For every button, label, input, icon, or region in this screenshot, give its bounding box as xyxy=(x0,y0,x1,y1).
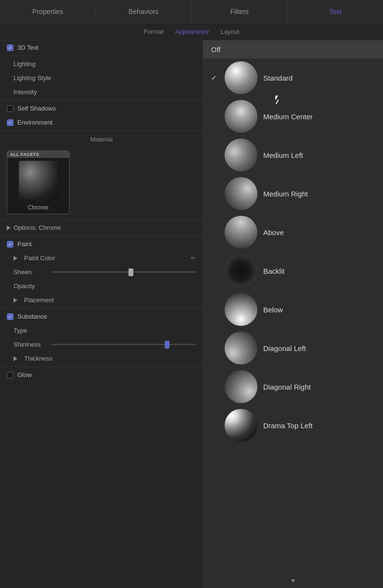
shininess-row: Shininess xyxy=(0,337,203,351)
sphere-medium-left xyxy=(225,139,257,171)
subtab-appearance[interactable]: Appearance xyxy=(175,28,209,35)
row-opacity: Opacity xyxy=(0,279,203,293)
sheen-row: Sheen xyxy=(0,265,203,279)
label-off: Off xyxy=(211,45,221,54)
sphere-above xyxy=(225,216,257,249)
label-paint-color: Paint Color xyxy=(24,254,55,262)
sphere-medium-center xyxy=(225,100,257,133)
dropdown-item-drama-top-left[interactable]: Drama Top Left xyxy=(203,406,383,445)
dropdown-item-standard[interactable]: ✓ Standard xyxy=(203,58,383,97)
dropdown-item-backlit[interactable]: Backlit xyxy=(203,252,383,290)
sphere-below xyxy=(225,293,257,326)
shininess-slider[interactable] xyxy=(51,344,196,345)
dropdown-item-medium-center[interactable]: Medium Center xyxy=(203,97,383,136)
label-type: Type xyxy=(14,327,196,334)
dropdown-item-diagonal-left[interactable]: Diagonal Left xyxy=(203,329,383,367)
checkbox-3dtext[interactable] xyxy=(7,44,14,51)
checkbox-environment[interactable] xyxy=(7,119,14,126)
sphere-diagonal-right xyxy=(225,370,257,403)
label-backlit: Backlit xyxy=(263,267,284,275)
label-lighting-style: Lighting Style xyxy=(14,74,196,82)
row-lighting-style: Lighting Style xyxy=(0,71,203,85)
expand-thickness-icon xyxy=(14,356,17,361)
checkbox-glow[interactable] xyxy=(7,372,14,378)
row-lighting: Lighting xyxy=(0,57,203,71)
row-type: Type xyxy=(0,323,203,337)
sub-tab-bar: Format Appearance Layout xyxy=(0,23,383,41)
material-thumbnail xyxy=(19,161,57,199)
checkbox-substance-row[interactable]: Substance xyxy=(0,309,203,323)
sphere-backlit xyxy=(225,254,257,287)
label-placement: Placement xyxy=(24,296,54,304)
checkbox-paint[interactable] xyxy=(7,241,14,248)
label-thickness: Thickness xyxy=(24,355,53,362)
dropdown-item-off[interactable]: Off xyxy=(203,41,383,58)
label-lighting: Lighting xyxy=(14,60,196,68)
label-glow: Glow xyxy=(17,371,32,378)
tab-filters[interactable]: Filters xyxy=(192,1,288,22)
checkbox-glow-row[interactable]: Glow xyxy=(0,368,203,382)
sheen-slider-thumb[interactable] xyxy=(128,268,133,276)
label-medium-center: Medium Center xyxy=(263,112,313,121)
dropdown-item-diagonal-right[interactable]: Diagonal Right xyxy=(203,367,383,406)
paint-color-row[interactable]: Paint Color ✏ xyxy=(0,251,203,265)
label-opacity: Opacity xyxy=(14,282,196,290)
dropdown-item-below[interactable]: Below xyxy=(203,290,383,329)
placement-row[interactable]: Placement xyxy=(0,293,203,307)
divider-3 xyxy=(0,130,203,131)
subtab-format[interactable]: Format xyxy=(143,28,163,35)
sheen-slider[interactable] xyxy=(51,271,196,273)
label-shininess: Shininess xyxy=(14,341,47,348)
label-medium-left: Medium Left xyxy=(263,151,303,159)
divider-4 xyxy=(0,219,203,220)
sphere-drama-top-left xyxy=(225,409,257,442)
tab-properties[interactable]: Properties xyxy=(0,1,96,22)
dropdown-item-medium-right[interactable]: Medium Right xyxy=(203,174,383,213)
material-box[interactable]: ALL FACETS Chrome xyxy=(7,151,70,214)
expand-paint-color-icon xyxy=(14,256,17,261)
label-substance: Substance xyxy=(17,313,47,320)
subtab-layout[interactable]: Layout xyxy=(221,28,240,35)
thickness-row[interactable]: Thickness xyxy=(0,351,203,365)
tab-text[interactable]: Text xyxy=(288,1,383,22)
checkbox-substance[interactable] xyxy=(7,313,14,320)
checkbox-self-shadows[interactable] xyxy=(7,105,14,112)
sphere-medium-right xyxy=(225,177,257,210)
expand-options-icon xyxy=(7,225,11,230)
label-diagonal-left: Diagonal Left xyxy=(263,344,306,352)
divider-7 xyxy=(0,366,203,367)
label-standard: Standard xyxy=(263,74,293,82)
expand-placement-icon xyxy=(14,298,17,303)
checkbox-3dtext-row[interactable]: 3D Text xyxy=(0,41,203,55)
checkbox-environment-row[interactable]: Environment xyxy=(0,115,203,129)
divider-5 xyxy=(0,236,203,236)
checkbox-paint-row[interactable]: Paint xyxy=(0,237,203,251)
label-3dtext: 3D Text xyxy=(17,44,39,51)
label-environment: Environment xyxy=(17,119,53,126)
label-intensity: Intensity xyxy=(14,88,196,96)
shininess-slider-thumb[interactable] xyxy=(165,341,170,349)
label-medium-right: Medium Right xyxy=(263,190,308,198)
dropdown-item-medium-left[interactable]: Medium Left xyxy=(203,136,383,174)
material-section: ALL FACETS Chrome xyxy=(0,147,203,218)
dropdown-item-above[interactable]: Above xyxy=(203,213,383,252)
checkbox-self-shadows-row[interactable]: Self Shadows xyxy=(0,101,203,115)
tab-behaviors[interactable]: Behaviors xyxy=(96,1,192,22)
row-intensity: Intensity xyxy=(0,85,203,99)
scroll-down-arrow[interactable]: ▼ xyxy=(290,577,296,584)
material-header: Material xyxy=(0,132,203,147)
sphere-standard xyxy=(225,61,257,94)
checkmark-standard: ✓ xyxy=(211,74,217,82)
label-below: Below xyxy=(263,306,283,314)
material-name-label: Chrome xyxy=(7,202,69,214)
label-paint: Paint xyxy=(17,240,32,248)
edit-icon: ✏ xyxy=(191,254,196,262)
lighting-style-dropdown: Off ✓ Standard Medium Center Medium Left… xyxy=(203,41,383,588)
options-chrome-row[interactable]: Options: Chrome xyxy=(0,221,203,235)
divider-1 xyxy=(0,56,203,56)
label-drama-top-left: Drama Top Left xyxy=(263,421,312,430)
label-self-shadows: Self Shadows xyxy=(17,105,56,112)
divider-2 xyxy=(0,100,203,100)
divider-6 xyxy=(0,308,203,308)
left-panel: 3D Text Lighting Lighting Style Intensit… xyxy=(0,41,203,588)
